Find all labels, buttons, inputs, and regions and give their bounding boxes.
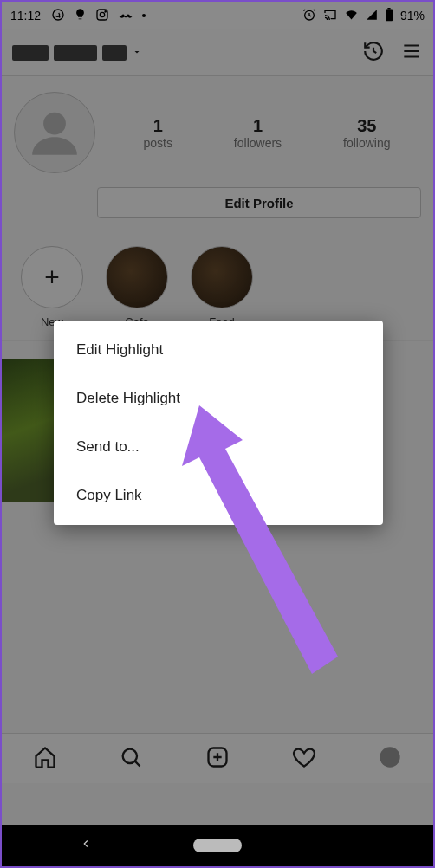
highlight-options-dialog: Edit Highlight Delete Highlight Send to.… bbox=[54, 321, 383, 525]
menu-label: Copy Link bbox=[76, 487, 142, 503]
menu-copy-link[interactable]: Copy Link bbox=[54, 471, 383, 520]
android-nav-bar bbox=[2, 825, 433, 866]
menu-label: Send to... bbox=[76, 438, 140, 455]
menu-delete-highlight[interactable]: Delete Highlight bbox=[54, 374, 383, 423]
menu-edit-highlight[interactable]: Edit Highlight bbox=[54, 326, 383, 374]
menu-label: Delete Highlight bbox=[76, 390, 180, 406]
menu-label: Edit Highlight bbox=[76, 341, 163, 358]
back-icon[interactable] bbox=[80, 838, 92, 853]
menu-send-to[interactable]: Send to... bbox=[54, 423, 383, 471]
home-pill[interactable] bbox=[193, 839, 242, 852]
